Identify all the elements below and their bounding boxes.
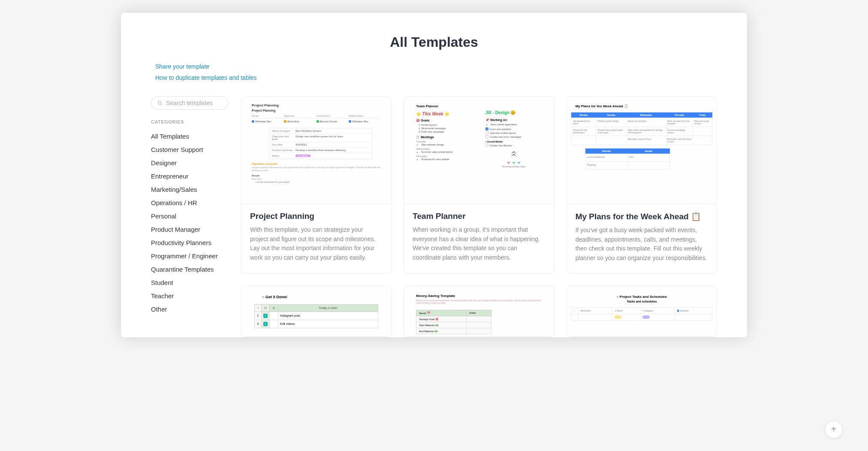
star-icon: ⭐ [416,112,421,116]
weekday-table: Monday Tuesday Wednesday Thursday Friday… [571,112,712,145]
cell [596,136,626,145]
cell: Get feedback from intern [571,118,596,127]
template-title: My Plans for the Week Ahead 📋 [576,212,708,221]
col-label: Driver [252,115,284,117]
field-value: New Workflow System [295,130,369,132]
cell: Revise all contracts [626,118,666,127]
task-label: Icons and graphics [490,128,511,130]
search-icon [157,100,163,106]
search-box[interactable] [151,96,228,110]
search-input[interactable] [166,100,222,106]
star-icon: ⭐ [444,112,449,116]
field-label: Desired outcomes [272,149,295,151]
col-header: Month 📅 [416,310,467,316]
cell: Benneu Darwin [320,120,338,123]
chevron-logo: Working design idea [485,151,542,168]
social-header: Social Media [487,140,503,143]
share-template-link[interactable]: Share your template [155,63,717,70]
day-header: Monday [571,112,596,118]
sidebar: CATEGORIES All Templates Customer Suppor… [151,96,228,337]
template-card-project-tasks[interactable]: ○ Project Tasks and Schedules Tasks and … [567,286,717,337]
preview-subheader: Project Planning [252,109,381,112]
cell: Beck Alice [287,120,299,123]
section-header: Objectives and goals [252,163,381,165]
template-preview: My Plans for the Week Ahead 📋 Monday Tue… [567,97,717,204]
col-header: Today or else! [278,304,378,312]
cell: End Balance 💵 [416,328,467,334]
cell: Shopping [585,162,627,170]
template-card-team-planner[interactable]: Team Planner ⭐ This Week ⭐ 🎯 Goals: Fini… [404,96,554,274]
template-description: When working in a group, it's important … [413,225,545,263]
template-description: With this template, you can strategize y… [250,225,383,263]
col-header: Category [645,309,653,312]
day-header: Friday [693,112,712,118]
category-entrepreneur[interactable]: Entrepreneur [151,170,228,183]
cell: Gym [627,154,669,162]
cell: Reminder: lunch @ Nook at 1pm [666,136,693,145]
category-quarantine-templates[interactable]: Quarantine Templates [151,263,228,276]
category-personal[interactable]: Personal [151,209,228,223]
svg-line-1 [161,104,162,105]
category-productivity-planners[interactable]: Productivity Planners [151,236,228,249]
task-label: Optimize mobile layout [490,132,516,134]
day-header: Saturday [585,148,627,154]
duplicate-help-link[interactable]: How to duplicate templates and tables [155,74,717,81]
category-all-templates[interactable]: All Templates [151,130,228,143]
category-designer[interactable]: Designer [151,156,228,170]
day-label: Tuesday [416,140,473,143]
cell: Whittaker Ben [255,120,271,123]
template-description: If you've got a busy week packed with ev… [576,226,708,263]
field-label: Due date [272,143,295,146]
cell [627,162,669,170]
person-label: Jill - Design [485,110,509,115]
col-header: Assignee [680,309,689,312]
checkbox-icon: ✓ [263,322,268,326]
template-card-get-it-done[interactable]: ○ Get it Done! ○☑AToday or else! 1✓Insta… [241,286,392,337]
category-other[interactable]: Other [151,303,228,316]
category-teacher[interactable]: Teacher [151,289,228,303]
template-preview: Team Planner ⭐ This Week ⭐ 🎯 Goals: Fini… [404,97,554,204]
field-value: 4/25/2021 [295,143,369,146]
cell: Start Balance 💵 [416,322,467,328]
svg-point-0 [158,101,161,104]
category-product-manager[interactable]: Product Manager [151,223,228,236]
col-label: Stakeholders [349,115,381,117]
meeting-item: Summer sales presentation [421,151,473,153]
task-label: Create new error messages [490,136,521,138]
task-label: Create new Banner [490,144,512,147]
category-customer-support[interactable]: Customer Support [151,143,228,156]
col-header: Task Name [578,307,613,314]
work-item: New mobile application [491,123,542,126]
bullet-item: • Include necessities for your project [252,181,381,183]
field-value: Develop a workflow that increases effici… [295,149,369,151]
cell: Prepare for the presentation [571,127,596,136]
categories-header: CATEGORIES [151,119,228,124]
cell: Finalize poster design [596,118,626,127]
field-label: Name of project [272,130,295,132]
cell [571,136,596,145]
goals-header: 🎯 Goals: [416,119,473,122]
template-card-week-ahead[interactable]: My Plans for the Week Ahead 📋 Monday Tue… [567,96,717,274]
template-title: Project Planning [250,212,383,221]
cell: Edit videos [278,320,378,328]
template-card-money-saving[interactable]: Money-Saving Template Record your income… [404,286,554,337]
meeting-item: New website design [421,143,473,146]
category-programmer-engineer[interactable]: Programmer / Engineer [151,249,228,263]
meeting-item: Proposal for next quarter [421,158,473,160]
cell: Whittaker Ben [352,120,368,123]
day-header: Tuesday [596,112,626,118]
goal-item: Finish layouts [421,124,473,126]
col-label: Contribution [316,115,349,117]
day-label: Thursday [416,155,473,157]
preview-header: Money-Saving Template [416,294,542,298]
weekend-table: SaturdaySunday Lunch with BrendaGym Shop… [585,148,670,170]
template-card-project-planning[interactable]: Project Planning Project Planning Driver… [241,96,392,274]
cell: Plan next week for the [693,118,712,127]
status-badge: In progress [295,154,310,157]
field-value: Design new workflow system for our team [295,135,369,140]
category-marketing-sales[interactable]: Marketing/Sales [151,183,228,196]
preview-sub: Tasks and schedules [571,300,712,303]
cell: Instagram post [278,312,378,320]
category-student[interactable]: Student [151,276,228,289]
category-operations-hr[interactable]: Operations / HR [151,196,228,209]
